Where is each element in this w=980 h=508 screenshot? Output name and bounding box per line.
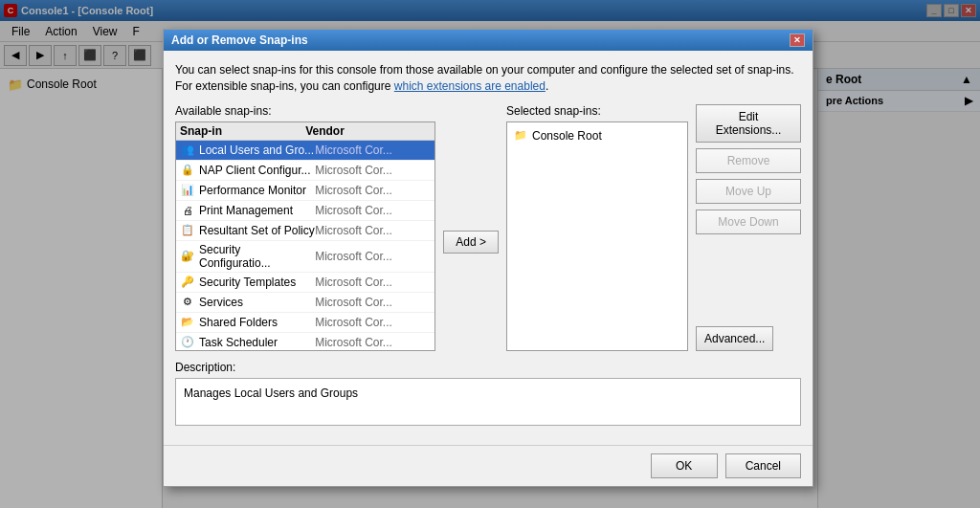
snapin-icon: 🖨 [180, 203, 195, 218]
advanced-button[interactable]: Advanced... [696, 326, 773, 351]
dialog-description: You can select snap-ins for this console… [175, 62, 801, 95]
selected-folder-icon: 📁 [513, 128, 528, 144]
description-section: Description: Manages Local Users and Gro… [175, 361, 801, 426]
snapin-icon: 📋 [180, 223, 195, 238]
snapin-row[interactable]: 🔒 NAP Client Configur... Microsoft Cor..… [176, 161, 434, 181]
move-up-button[interactable]: Move Up [696, 179, 801, 204]
add-remove-snapins-dialog: Add or Remove Snap-ins ✕ You can select … [163, 29, 813, 487]
selected-snapins-panel: Selected snap-ins: 📁 Console Root [506, 104, 688, 351]
right-buttons-column: Edit Extensions... Remove Move Up Move D… [696, 104, 801, 351]
dialog-footer: OK Cancel [164, 445, 813, 486]
snapin-vendor: Microsoft Cor... [315, 250, 431, 263]
snapin-row[interactable]: ⚙ Services Microsoft Cor... [176, 293, 434, 313]
snapin-name: Security Templates [199, 276, 315, 289]
snapin-vendor: Microsoft Cor... [315, 224, 431, 237]
snapin-name: Resultant Set of Policy [199, 224, 315, 237]
snapin-vendor: Microsoft Cor... [315, 296, 431, 309]
snapin-row[interactable]: 📋 Resultant Set of Policy Microsoft Cor.… [176, 221, 434, 241]
snapin-vendor: Microsoft Cor... [315, 316, 431, 329]
snapin-icon: 🔑 [180, 275, 195, 290]
snapin-icon: 📊 [180, 183, 195, 198]
snapin-row[interactable]: 📊 Performance Monitor Microsoft Cor... [176, 181, 434, 201]
col-snapin-header: Snap-in [180, 124, 305, 138]
cancel-button[interactable]: Cancel [725, 453, 801, 478]
snapin-rows-container: 👥 Local Users and Gro... Microsoft Cor..… [176, 141, 434, 351]
snapin-vendor: Microsoft Cor... [315, 144, 431, 157]
available-label: Available snap-ins: [175, 104, 435, 118]
snapin-vendor: Microsoft Cor... [315, 204, 431, 217]
snapin-name: Services [199, 296, 315, 309]
selected-label: Selected snap-ins: [506, 104, 688, 118]
dialog-close-button[interactable]: ✕ [790, 33, 805, 47]
description-label: Description: [175, 361, 801, 374]
main-window: C Console1 - [Console Root] _ □ ✕ File A… [0, 0, 980, 508]
snapin-icon: 🔐 [180, 249, 195, 264]
extensions-link[interactable]: which extensions are enabled [394, 79, 546, 93]
move-down-button[interactable]: Move Down [696, 210, 801, 234]
snapin-list[interactable]: Snap-in Vendor 👥 Local Users and Gro... … [175, 121, 435, 351]
dialog-main-area: Available snap-ins: Snap-in Vendor 👥 Loc… [175, 104, 801, 351]
snapin-icon: 🕐 [180, 335, 195, 350]
snapin-row[interactable]: 📂 Shared Folders Microsoft Cor... [176, 313, 434, 333]
snapin-icon: ⚙ [180, 295, 195, 310]
dialog-body: You can select snap-ins for this console… [164, 51, 813, 445]
snapin-name: Shared Folders [199, 316, 315, 329]
snapin-row[interactable]: 🕐 Task Scheduler Microsoft Cor... [176, 333, 434, 351]
edit-extensions-button[interactable]: Edit Extensions... [696, 104, 801, 143]
available-snapins-panel: Available snap-ins: Snap-in Vendor 👥 Loc… [175, 104, 435, 351]
snapin-icon: 📂 [180, 315, 195, 330]
snapin-vendor: Microsoft Cor... [315, 184, 431, 197]
snapin-name: Print Management [199, 204, 315, 217]
snapin-list-header: Snap-in Vendor [176, 122, 434, 141]
snapin-vendor: Microsoft Cor... [315, 276, 431, 289]
snapin-name: Task Scheduler [199, 336, 315, 349]
right-buttons-top: Edit Extensions... Remove Move Up Move D… [696, 104, 801, 234]
snapin-name: NAP Client Configur... [199, 164, 315, 177]
snapin-vendor: Microsoft Cor... [315, 336, 431, 349]
snapin-name: Security Configuratio... [199, 243, 315, 270]
right-buttons-bottom: Advanced... [696, 326, 801, 351]
snapin-icon: 🔒 [180, 163, 195, 178]
snapin-row[interactable]: 🖨 Print Management Microsoft Cor... [176, 201, 434, 221]
dialog-titlebar: Add or Remove Snap-ins ✕ [164, 30, 813, 51]
snapin-vendor: Microsoft Cor... [315, 164, 431, 177]
snapin-row[interactable]: 👥 Local Users and Gro... Microsoft Cor..… [176, 141, 434, 161]
snapin-name: Local Users and Gro... [199, 144, 315, 157]
snapin-name: Performance Monitor [199, 184, 315, 197]
selected-list[interactable]: 📁 Console Root [506, 121, 688, 351]
remove-button[interactable]: Remove [696, 148, 801, 173]
snapin-row[interactable]: 🔑 Security Templates Microsoft Cor... [176, 273, 434, 293]
selected-item-label: Console Root [532, 129, 602, 143]
add-button[interactable]: Add > [443, 231, 499, 254]
col-vendor-header: Vendor [305, 124, 431, 138]
snapin-icon: 👥 [180, 143, 195, 158]
ok-button[interactable]: OK [651, 453, 718, 478]
selected-item-console-root: 📁 Console Root [511, 126, 683, 145]
modal-overlay: Add or Remove Snap-ins ✕ You can select … [0, 0, 980, 508]
description-text: Manages Local Users and Groups [175, 378, 801, 426]
middle-buttons-area: Add > [443, 104, 499, 351]
dialog-title: Add or Remove Snap-ins [171, 33, 790, 47]
snapin-row[interactable]: 🔐 Security Configuratio... Microsoft Cor… [176, 241, 434, 273]
